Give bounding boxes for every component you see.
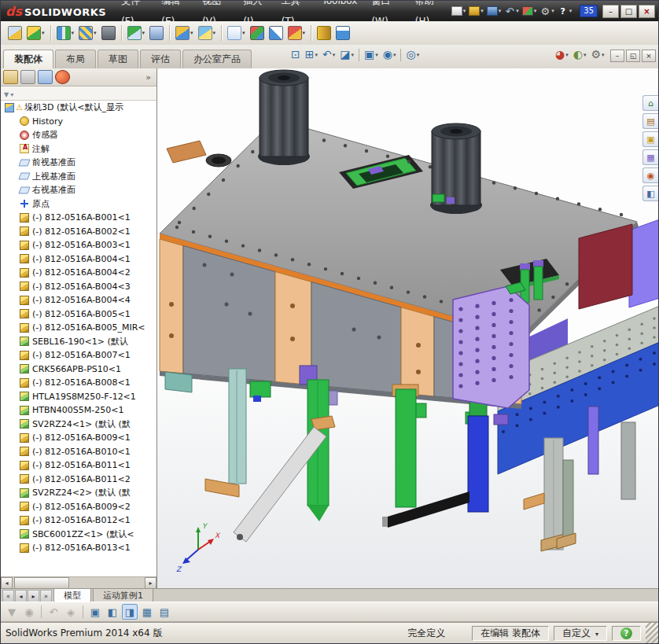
options-icon[interactable] [539, 6, 554, 16]
hide-show-items-icon[interactable] [403, 47, 422, 62]
tree-item[interactable]: 右视基准面 [1, 183, 156, 197]
reference-geometry-icon[interactable] [197, 24, 218, 42]
tree-filter-bar[interactable] [1, 86, 156, 101]
3d-drawing-view-icon[interactable] [63, 604, 79, 620]
file-explorer-icon[interactable] [642, 131, 658, 147]
tree-item[interactable]: 注解 [1, 142, 156, 156]
panel-overflow-button[interactable] [142, 72, 154, 83]
appearances-tab-icon[interactable] [55, 70, 70, 84]
appearances-icon[interactable] [642, 167, 658, 183]
tree-item[interactable]: (-) 812-0516A-B005_MIR< [1, 321, 156, 335]
maximize-button[interactable]: □ [620, 5, 637, 18]
tree-item[interactable]: (-) 812-0516A-B010<1 [1, 445, 156, 459]
scroll-left-button[interactable] [1, 577, 13, 589]
insert-components-icon[interactable] [25, 24, 46, 42]
command-tab[interactable]: 办公室产品 [182, 50, 252, 68]
design-library-icon[interactable] [642, 113, 658, 129]
command-tab[interactable]: 布局 [55, 50, 96, 68]
scroll-tabs-start-button[interactable]: « [2, 590, 14, 602]
tree-item[interactable]: (-) 812-0516A-B001<1 [1, 211, 156, 225]
move-component-icon[interactable] [126, 24, 147, 42]
command-tab[interactable]: 评估 [140, 50, 181, 68]
view-orientation-icon[interactable] [87, 604, 103, 620]
close-document-icon[interactable]: × [642, 50, 656, 62]
tree-item[interactable]: HTLA19S8M250-F-12<1 [1, 390, 156, 404]
previous-view-icon[interactable] [320, 47, 337, 62]
tree-item[interactable]: (-) 812-0516A-B004<2 [1, 266, 156, 280]
view-selector-icon[interactable] [139, 604, 155, 620]
zoom-to-fit-icon[interactable] [289, 47, 303, 62]
tree-item[interactable]: HTBN400S5M-250<1 [1, 403, 156, 418]
scroll-tabs-left-button[interactable]: ◂ [15, 590, 27, 602]
tree-item[interactable]: (-) 812-0516A-B002<1 [1, 225, 156, 239]
save-icon[interactable] [487, 6, 502, 16]
custom-dropdown[interactable]: 自定义 [554, 626, 607, 641]
command-tab[interactable]: 草图 [98, 50, 138, 68]
section-view-icon[interactable] [337, 47, 356, 62]
tree-item[interactable]: (-) 812-0516A-B004<1 [1, 252, 156, 267]
tree-item[interactable]: 前视基准面 [1, 156, 156, 170]
quick-tips-icon[interactable] [620, 627, 632, 639]
tree-item[interactable]: 原点 [1, 197, 156, 212]
tree-item[interactable]: SBC6001ZZ<1> (默认< [1, 528, 156, 542]
configurationmanager-tab-icon[interactable] [38, 70, 53, 84]
tree-item[interactable]: (-) 812-0516A-B009<2 [1, 500, 156, 514]
tree-item[interactable]: (-) 812-0516A-B004<4 [1, 293, 156, 307]
tree-item[interactable]: (-) 812-0516A-B007<1 [1, 348, 156, 362]
assembly-features-icon[interactable] [174, 24, 195, 42]
selection-filter-icon[interactable] [4, 604, 20, 620]
help-icon[interactable] [558, 6, 572, 16]
tree-item[interactable]: (-) 812-0516A-B004<3 [1, 280, 156, 294]
display-style-icon[interactable] [381, 47, 399, 62]
mate-icon[interactable] [55, 24, 76, 42]
resize-grip[interactable] [646, 623, 658, 643]
ime-indicator[interactable]: 35 [580, 5, 598, 17]
scrollbar-thumb[interactable] [14, 577, 69, 589]
tree-horizontal-scrollbar[interactable] [1, 576, 156, 589]
linear-component-pattern-icon[interactable] [77, 24, 98, 42]
cylinder-part-1[interactable] [258, 70, 310, 165]
restore-document-icon[interactable]: ◱ [626, 50, 640, 62]
smart-fasteners-icon[interactable] [100, 24, 117, 42]
tree-item[interactable]: (-) 812-0516A-B008<1 [1, 376, 156, 390]
tree-item[interactable]: (-) 812-0516A-B012<1 [1, 513, 156, 528]
edit-component-icon[interactable] [6, 24, 24, 42]
new-document-icon[interactable] [451, 6, 466, 16]
explode-line-sketch-icon[interactable] [267, 24, 285, 42]
help-segment[interactable] [612, 626, 641, 641]
rebuild-icon[interactable] [522, 6, 537, 16]
tree-item[interactable]: SV2RZ24<1> (默认 (默 [1, 418, 156, 432]
mass-properties-icon[interactable] [334, 24, 352, 42]
tree-item[interactable]: SV2RZ24<2> (默认 (默 [1, 486, 156, 500]
custom-properties-icon[interactable] [642, 186, 658, 201]
tree-item[interactable]: (-) 812-0516A-B003<1 [1, 238, 156, 252]
grid-icon[interactable] [156, 604, 172, 620]
bill-of-materials-icon[interactable] [226, 24, 247, 42]
edit-appearance-icon[interactable] [553, 47, 571, 62]
open-icon[interactable] [469, 6, 484, 16]
interference-detection-icon[interactable] [286, 24, 307, 42]
scroll-tabs-right-button[interactable]: ▸ [28, 590, 39, 602]
tree-item[interactable]: CRK566APB-PS10<1 [1, 362, 156, 377]
undo-icon[interactable] [504, 6, 519, 16]
view-palette-icon[interactable] [642, 149, 658, 165]
shaded-with-edges-icon[interactable] [105, 604, 120, 620]
cylinder-part-2[interactable] [430, 123, 482, 214]
tree-item[interactable]: (-) 812-0516A-B011<1 [1, 458, 156, 473]
magnifier-icon[interactable] [21, 604, 37, 620]
tree-root-item[interactable]: 垛机3D (默认<默认_显示 [1, 101, 156, 115]
tree-item[interactable]: (-) 812-0516A-B011<2 [1, 473, 156, 487]
tree-item[interactable]: SEBL16-190<1> (默认 [1, 335, 156, 349]
tree-item[interactable]: History [1, 115, 156, 129]
minimize-document-icon[interactable]: – [610, 50, 624, 62]
minimize-button[interactable]: – [602, 5, 619, 18]
view-orientation-icon[interactable] [362, 47, 381, 62]
exploded-view-icon[interactable] [249, 24, 266, 42]
zoom-to-area-icon[interactable] [303, 47, 320, 62]
graphics-area[interactable]: Y X Z [157, 68, 658, 589]
isometric-view-icon[interactable] [122, 604, 138, 620]
scroll-tabs-end-button[interactable]: » [40, 590, 52, 602]
tree-item[interactable]: 传感器 [1, 128, 156, 142]
command-tab[interactable]: 装配体 [3, 50, 53, 68]
scroll-right-button[interactable] [145, 577, 156, 589]
